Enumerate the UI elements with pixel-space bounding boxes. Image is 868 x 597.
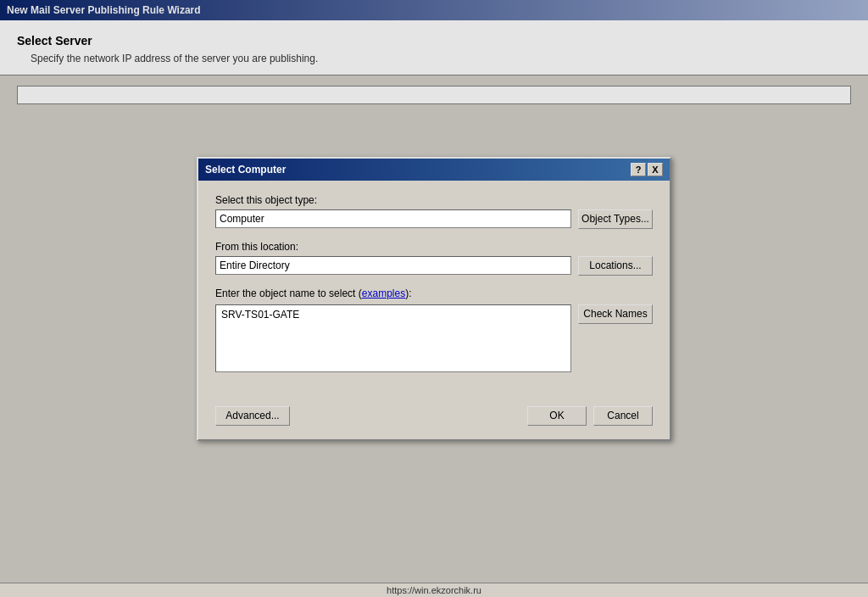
advanced-button[interactable]: Advanced... [215, 406, 290, 426]
footer-right-buttons: OK Cancel [527, 406, 653, 426]
select-computer-dialog: Select Computer ? X Select this object t… [197, 157, 671, 441]
object-name-label: Enter the object name to select (example… [215, 287, 653, 299]
dialog-title: Select Computer [205, 164, 286, 176]
examples-link[interactable]: examples [362, 287, 405, 299]
object-name-section: Enter the object name to select (example… [215, 287, 653, 372]
location-label: From this location: [215, 241, 653, 253]
dialog-titlebar: Select Computer ? X [198, 159, 670, 181]
object-type-row: Object Types... [215, 209, 653, 229]
object-types-button[interactable]: Object Types... [578, 209, 653, 229]
dialog-footer: Advanced... OK Cancel [198, 399, 670, 439]
cancel-button[interactable]: Cancel [593, 406, 653, 426]
check-names-button[interactable]: Check Names [578, 304, 653, 324]
object-type-input[interactable] [215, 209, 571, 228]
status-url: https://win.ekzorchik.ru [387, 585, 481, 595]
dialog-title-buttons: ? X [631, 163, 663, 176]
object-type-label: Select this object type: [215, 194, 653, 206]
dialog-help-button[interactable]: ? [631, 163, 646, 176]
status-bar: https://win.ekzorchik.ru [0, 583, 868, 597]
object-name-row: Check Names [215, 304, 653, 372]
dialog-overlay: Select Computer ? X Select this object t… [0, 0, 868, 597]
locations-button[interactable]: Locations... [578, 256, 653, 276]
location-row: Locations... [215, 256, 653, 276]
object-name-textarea[interactable] [215, 304, 571, 372]
location-input[interactable] [215, 256, 571, 275]
ok-button[interactable]: OK [527, 406, 587, 426]
dialog-close-button[interactable]: X [648, 163, 663, 176]
dialog-body: Select this object type: Object Types...… [198, 181, 670, 399]
